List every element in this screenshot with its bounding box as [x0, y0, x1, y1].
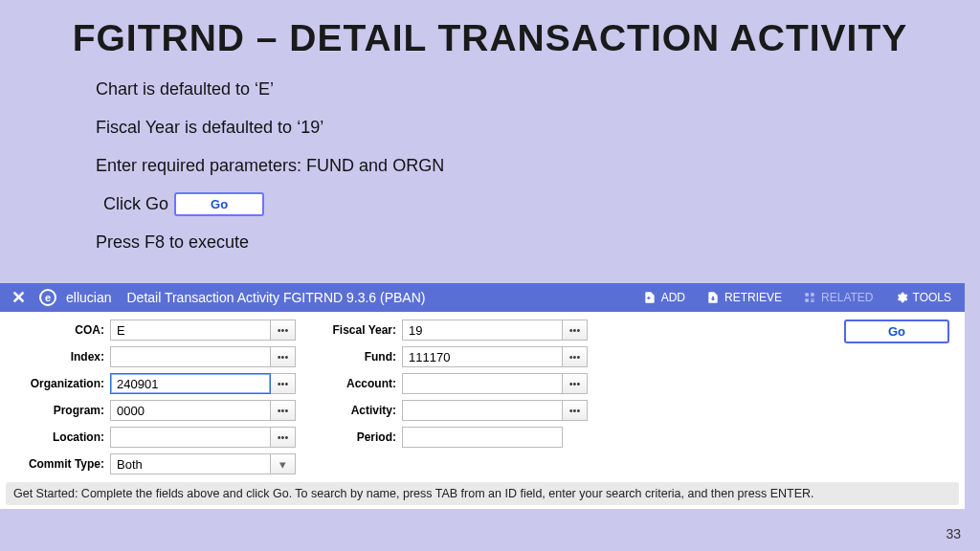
program-lookup-button[interactable]: ••• — [271, 400, 296, 421]
app-header: ✕ e ellucian Detail Transaction Activity… — [0, 283, 965, 312]
label-organization: Organization: — [10, 377, 110, 390]
fiscal-year-lookup-button[interactable]: ••• — [563, 320, 588, 341]
retrieve-icon — [706, 291, 720, 304]
account-lookup-button[interactable]: ••• — [563, 373, 588, 394]
retrieve-button[interactable]: RETRIEVE — [701, 291, 788, 304]
index-lookup-button[interactable]: ••• — [271, 346, 296, 367]
tools-icon — [895, 291, 908, 304]
page-number: 33 — [946, 526, 961, 541]
retrieve-label: RETRIEVE — [724, 291, 782, 304]
add-button[interactable]: ADD — [637, 291, 691, 304]
bullet-click-go-text: Click Go — [103, 191, 168, 216]
program-field[interactable] — [110, 400, 271, 421]
related-label: RELATED — [821, 291, 873, 304]
activity-lookup-button[interactable]: ••• — [563, 400, 588, 421]
activity-field[interactable] — [402, 400, 563, 421]
label-index: Index: — [10, 350, 110, 364]
hint-bar: Get Started: Complete the fields above a… — [6, 482, 959, 505]
label-activity: Activity: — [321, 404, 402, 417]
form-column-right: Fiscal Year: ••• Fund: ••• Account: ••• … — [321, 320, 593, 474]
commit-type-field[interactable] — [110, 453, 271, 474]
account-field[interactable] — [402, 373, 563, 394]
location-field[interactable] — [110, 427, 271, 448]
organization-field[interactable] — [110, 373, 271, 394]
related-icon — [803, 291, 816, 304]
label-coa: COA: — [10, 323, 110, 337]
instruction-list: Chart is defaulted to ‘E’ Fiscal Year is… — [96, 77, 980, 254]
bullet-chart: Chart is defaulted to ‘E’ — [96, 77, 980, 101]
add-label: ADD — [661, 291, 685, 304]
inline-go-button[interactable]: Go — [174, 192, 264, 216]
close-icon[interactable]: ✕ — [8, 287, 30, 308]
label-fiscal-year: Fiscal Year: — [321, 323, 402, 337]
label-account: Account: — [321, 377, 402, 390]
chevron-down-icon: ▾ — [279, 457, 286, 472]
tools-label: TOOLS — [913, 291, 951, 304]
tools-button[interactable]: TOOLS — [889, 291, 957, 304]
bullet-fiscal-year: Fiscal Year is defaulted to ‘19’ — [96, 115, 980, 140]
index-field[interactable] — [110, 346, 271, 367]
add-icon — [643, 291, 657, 304]
slide-title: FGITRND – DETAIL TRANSACTION ACTIVITY — [0, 0, 980, 59]
organization-lookup-button[interactable]: ••• — [271, 373, 296, 394]
location-lookup-button[interactable]: ••• — [271, 427, 296, 448]
fund-field[interactable] — [402, 346, 563, 367]
period-field[interactable] — [402, 427, 563, 448]
form-area: COA: ••• Index: ••• Organization: ••• Pr… — [0, 312, 965, 480]
brand-logo-icon: e — [39, 289, 56, 306]
label-commit-type: Commit Type: — [10, 457, 110, 471]
coa-field[interactable] — [110, 320, 271, 341]
label-fund: Fund: — [321, 350, 402, 364]
label-period: Period: — [321, 430, 402, 444]
brand-text: ellucian — [66, 290, 111, 305]
app-window: ✕ e ellucian Detail Transaction Activity… — [0, 283, 965, 509]
related-button[interactable]: RELATED — [797, 291, 879, 304]
window-title: Detail Transaction Activity FGITRND 9.3.… — [126, 290, 425, 305]
go-button[interactable]: Go — [844, 320, 949, 343]
bullet-params: Enter required parameters: FUND and ORGN — [96, 153, 980, 178]
coa-lookup-button[interactable]: ••• — [271, 320, 296, 341]
bullet-f8: Press F8 to execute — [96, 230, 980, 254]
fund-lookup-button[interactable]: ••• — [563, 346, 588, 367]
fiscal-year-field[interactable] — [402, 320, 563, 341]
label-location: Location: — [10, 430, 110, 444]
form-column-left: COA: ••• Index: ••• Organization: ••• Pr… — [10, 320, 301, 474]
commit-type-dropdown-button[interactable]: ▾ — [271, 453, 296, 474]
label-program: Program: — [10, 404, 110, 417]
